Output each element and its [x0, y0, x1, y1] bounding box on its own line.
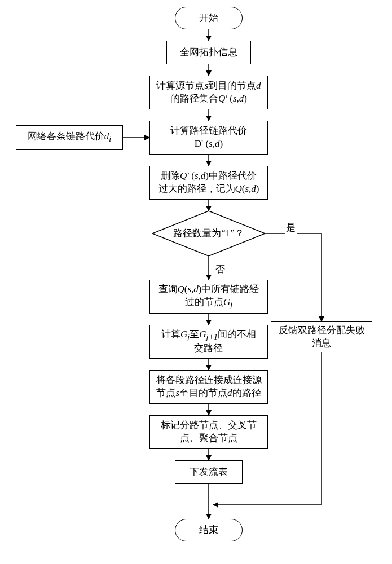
process-compute-path-set: 计算源节点s到目的节点d 的路径集合Q' (s,d): [149, 76, 268, 109]
terminator-start: 开始: [175, 7, 243, 29]
process-issue-flow-table: 下发流表: [175, 460, 243, 484]
edge-label-no: 否: [214, 263, 226, 276]
process-disjoint-paths: 计算Gj至Gj+1间的不相 交路径: [149, 325, 268, 359]
end-label: 结束: [199, 524, 218, 537]
process-label: 下发流表: [190, 466, 228, 479]
decision-label: 路径数量为“1”？: [173, 227, 244, 240]
process-compute-link-cost: 计算路径链路代价 D' (s,d): [149, 121, 268, 155]
process-query-nodes: 查询Q(s,d)中所有链路经 过的节点Gj: [149, 280, 268, 314]
process-label: 删除Q' (s,d)中路径代价 过大的路径，记为Q(s,d): [158, 170, 259, 196]
terminator-end: 结束: [175, 519, 243, 541]
process-label: 查询Q(s,d)中所有链路经 过的节点Gj: [158, 283, 259, 310]
decision-path-count-one: 路径数量为“1”？: [152, 211, 265, 256]
input-label: 网络各条链路代价di: [28, 130, 111, 145]
process-label: 计算Gj至Gj+1间的不相 交路径: [161, 328, 256, 355]
process-label: 计算源节点s到目的节点d 的路径集合Q' (s,d): [156, 80, 261, 105]
process-mark-nodes: 标记分路节点、交叉节 点、聚合节点: [149, 415, 268, 449]
process-label: 反馈双路径分配失败消息: [275, 324, 368, 350]
process-label: 计算路径链路代价 D' (s,d): [170, 125, 247, 151]
edge-label-yes: 是: [285, 221, 297, 234]
process-label: 标记分路节点、交叉节 点、聚合节点: [161, 419, 257, 445]
process-feedback-failure: 反馈双路径分配失败消息: [271, 321, 372, 352]
process-topology-info: 全网拓扑信息: [166, 41, 251, 64]
process-connect-segments: 将各段路径连接成连接源 节点s至目的节点d的路径: [149, 370, 268, 404]
process-prune-paths: 删除Q' (s,d)中路径代价 过大的路径，记为Q(s,d): [149, 166, 268, 200]
process-label: 全网拓扑信息: [180, 46, 237, 59]
input-link-costs: 网络各条链路代价di: [16, 125, 123, 150]
process-label: 将各段路径连接成连接源 节点s至目的节点d的路径: [156, 374, 262, 400]
start-label: 开始: [199, 12, 218, 25]
